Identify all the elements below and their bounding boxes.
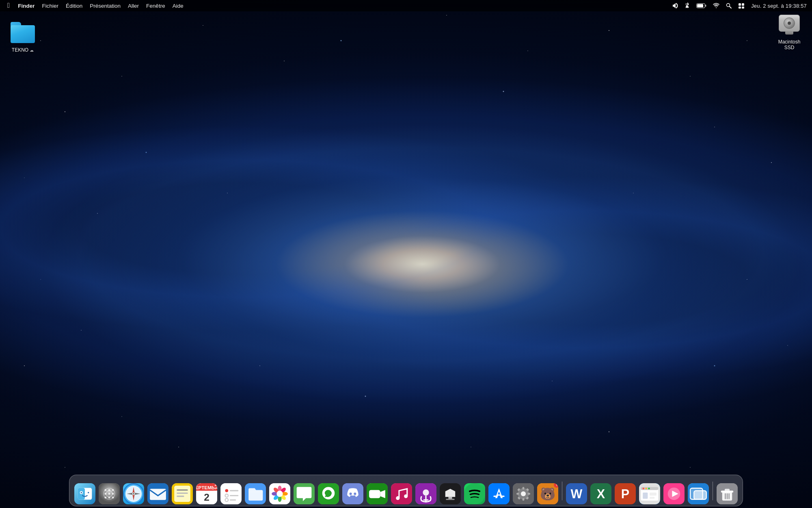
svg-rect-91 (516, 493, 519, 495)
svg-rect-89 (523, 487, 525, 489)
battery-status[interactable] (694, 2, 708, 9)
wifi-status[interactable] (711, 2, 721, 9)
notes-app-icon (172, 483, 193, 504)
svg-rect-8 (742, 7, 744, 9)
svg-point-63 (276, 491, 283, 497)
svg-text:🐻: 🐻 (540, 486, 556, 501)
dock-appstore[interactable] (488, 482, 510, 504)
dock-mail[interactable] (147, 482, 169, 504)
svg-rect-7 (739, 7, 741, 9)
svg-rect-81 (446, 499, 454, 500)
dock-clone[interactable] (687, 482, 710, 504)
controlcenter-status[interactable] (736, 2, 747, 9)
svg-point-27 (112, 497, 114, 499)
svg-rect-71 (369, 490, 380, 498)
menubar-left:  Finder Fichier Édition Présentation Al… (3, 1, 670, 11)
dock: 2 SEPTEMBRE 2 (69, 475, 743, 506)
fichier-menu[interactable]: Fichier (39, 2, 62, 10)
dock-files[interactable] (244, 482, 267, 504)
svg-rect-46 (220, 483, 242, 504)
dock-bear[interactable]: 🐻 ! (536, 482, 559, 504)
reminders-app-icon (220, 483, 242, 504)
svg-text:W: W (571, 487, 583, 501)
hd-body (779, 15, 800, 32)
dock-notes[interactable] (171, 482, 194, 504)
svg-rect-1 (705, 5, 706, 7)
appletv-app-icon (440, 483, 461, 504)
aller-menu[interactable]: Aller (125, 2, 142, 10)
folder-shape (11, 22, 35, 43)
dock-trash[interactable] (716, 482, 739, 504)
hd-disk (784, 17, 795, 29)
svg-rect-92 (528, 493, 530, 495)
folder-tekno[interactable]: TEKNO ☁ (6, 20, 39, 53)
dock-facetime[interactable] (366, 482, 389, 504)
svg-point-68 (350, 493, 352, 495)
svg-rect-112 (650, 493, 657, 496)
dock-photos[interactable] (268, 482, 291, 504)
dock-systemprefs[interactable] (512, 482, 535, 504)
dock-discord[interactable] (341, 482, 364, 504)
dock-reminders[interactable] (220, 482, 242, 504)
dock-appletv[interactable] (439, 482, 462, 504)
hd-connector (785, 31, 793, 35)
podcasts-app-icon (415, 483, 436, 504)
folder-icon (10, 20, 36, 46)
dock-finder[interactable] (73, 482, 96, 504)
dock-spotify[interactable] (463, 482, 486, 504)
mail-app-icon (147, 483, 168, 504)
finder-app-icon (74, 483, 95, 504)
dock-podcasts[interactable] (415, 482, 437, 504)
svg-point-13 (81, 492, 82, 493)
facetime-app-icon (367, 483, 388, 504)
dock-whatsapp[interactable] (317, 482, 340, 504)
fenetre-menu[interactable]: Fenêtre (143, 2, 168, 10)
dock-itunes[interactable] (663, 482, 685, 504)
messages-app-icon (294, 483, 315, 504)
finder-menu[interactable]: Finder (15, 2, 38, 10)
dock-finder2[interactable] (638, 482, 661, 504)
svg-rect-122 (725, 489, 730, 491)
hd-icon-shape (778, 15, 801, 37)
svg-point-24 (112, 493, 114, 495)
desktop-icons: TEKNO ☁ (0, 16, 812, 475)
dock-safari[interactable] (122, 482, 145, 504)
bluetooth-status[interactable] (683, 2, 692, 10)
search-status[interactable] (724, 2, 734, 9)
dock-music[interactable] (390, 482, 413, 504)
menubar-right: Jeu. 2 sept. à 19:38:57 (670, 2, 809, 10)
dock-excel[interactable]: X (590, 482, 612, 504)
dock-powerpoint[interactable]: P (614, 482, 637, 504)
svg-point-21 (112, 489, 114, 491)
trash-app-icon (717, 483, 738, 504)
macintosh-ssd-icon[interactable]: Macintosh SSD (773, 15, 806, 50)
aide-menu[interactable]: Aide (169, 2, 187, 10)
svg-point-23 (108, 493, 110, 495)
datetime-display[interactable]: Jeu. 2 sept. à 19:38:57 (749, 2, 809, 10)
svg-point-109 (645, 488, 647, 490)
spotify-app-icon (464, 483, 485, 504)
bear-app-icon: 🐻 ! (537, 483, 558, 504)
dock-word[interactable]: W (565, 482, 588, 504)
svg-point-20 (108, 489, 110, 491)
folder-label: TEKNO ☁ (12, 47, 34, 53)
dock-calendar[interactable]: 2 SEPTEMBRE 2 (195, 482, 218, 504)
itunes-app-icon (663, 483, 685, 504)
dock-messages[interactable] (293, 482, 315, 504)
edition-menu[interactable]: Édition (63, 2, 86, 10)
excel-app-icon: X (590, 483, 611, 504)
volume-status[interactable] (670, 2, 680, 9)
svg-point-33 (133, 493, 134, 494)
svg-rect-48 (230, 490, 238, 491)
svg-rect-6 (742, 3, 744, 6)
powerpoint-app-icon: P (615, 483, 636, 504)
music-app-icon (391, 483, 412, 504)
svg-point-25 (105, 497, 107, 499)
svg-point-76 (423, 489, 429, 495)
svg-point-3 (727, 4, 730, 7)
hd-label: Macintosh SSD (773, 39, 806, 50)
presentation-menu[interactable]: Présentation (86, 2, 124, 10)
apple-menu[interactable]:  (3, 1, 14, 11)
dock-launchpad[interactable] (98, 482, 121, 504)
svg-point-73 (396, 496, 400, 500)
